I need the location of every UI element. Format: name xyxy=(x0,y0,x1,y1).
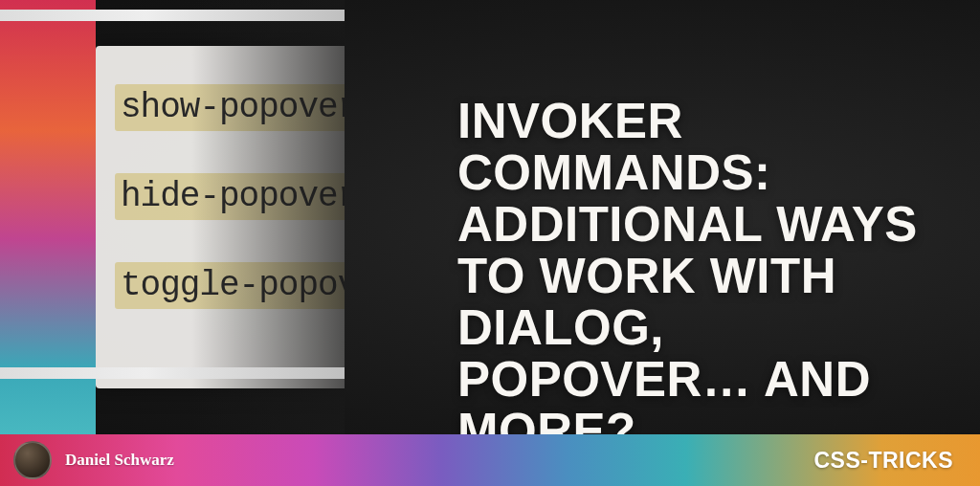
author-avatar xyxy=(13,441,52,479)
decorative-strip xyxy=(0,367,345,379)
site-logo: CSS-TRICKS xyxy=(813,448,953,474)
decorative-strip xyxy=(0,10,345,21)
author-name: Daniel Schwarz xyxy=(65,451,174,470)
hero-area: show-popover hide-popover toggle-popover… xyxy=(0,0,980,434)
code-preview-panel: show-popover hide-popover toggle-popover xyxy=(0,0,345,434)
footer-bar: Daniel Schwarz CSS-TRICKS xyxy=(0,434,980,486)
title-container: INVOKER COMMANDS: ADDITIONAL WAYS TO WOR… xyxy=(457,96,942,434)
author-block: Daniel Schwarz xyxy=(13,441,174,479)
article-title: INVOKER COMMANDS: ADDITIONAL WAYS TO WOR… xyxy=(457,96,942,434)
